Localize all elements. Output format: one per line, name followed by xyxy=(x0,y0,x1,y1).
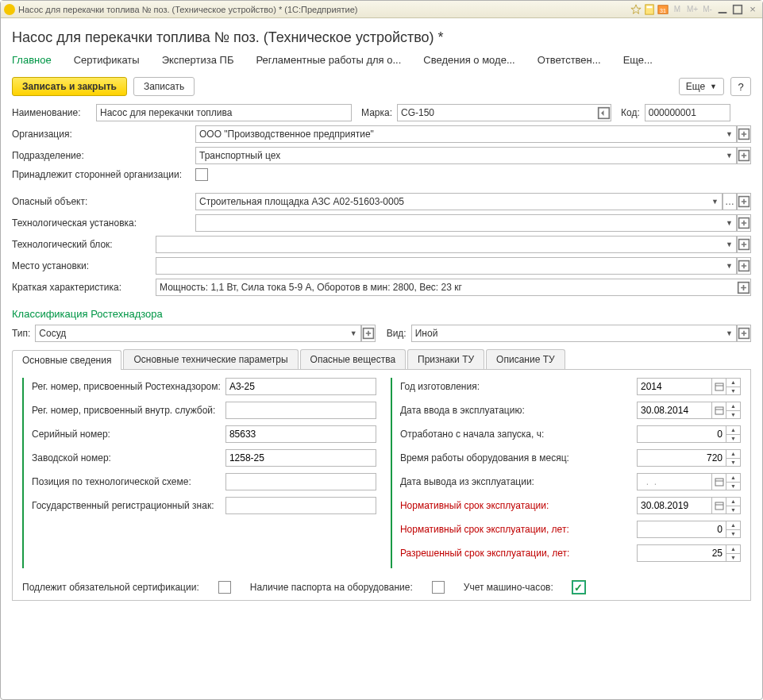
factory-input[interactable] xyxy=(225,449,376,467)
tab-tech-params[interactable]: Основные технические параметры xyxy=(123,349,298,369)
code-input[interactable] xyxy=(645,104,730,121)
save-close-button[interactable]: Записать и закрыть xyxy=(12,77,127,96)
norm-years-input[interactable] xyxy=(637,521,726,538)
reg-int-input[interactable] xyxy=(225,402,376,419)
desc-open-icon[interactable] xyxy=(737,279,751,296)
techsetup-dropdown-icon[interactable]: ▼ xyxy=(723,214,737,232)
dept-input[interactable] xyxy=(195,147,723,164)
techsetup-input[interactable] xyxy=(195,214,723,232)
minimize-button[interactable] xyxy=(716,4,729,15)
desc-input[interactable] xyxy=(156,279,737,296)
org-dropdown-icon[interactable]: ▼ xyxy=(723,125,737,143)
work-per-month-input[interactable] xyxy=(637,449,726,467)
kind-input[interactable] xyxy=(411,325,723,342)
techblock-dropdown-icon[interactable]: ▼ xyxy=(723,236,737,253)
dept-label: Подразделение: xyxy=(12,150,191,161)
commission-spinner[interactable]: ▲▼ xyxy=(726,402,741,419)
danger-ellipsis-icon[interactable]: … xyxy=(723,193,737,210)
allowed-years-spinner[interactable]: ▲▼ xyxy=(726,544,741,562)
norm-date-calendar-icon[interactable] xyxy=(712,497,726,514)
norm-date-input[interactable] xyxy=(637,497,712,514)
mfg-year-input[interactable] xyxy=(637,378,712,395)
serial-input[interactable] xyxy=(225,425,376,443)
nav-certs[interactable]: Сертификаты xyxy=(74,54,140,67)
m-plus-button[interactable]: M+ xyxy=(686,4,699,15)
type-dropdown-icon[interactable]: ▼ xyxy=(347,325,361,342)
kind-select[interactable]: ▼ xyxy=(411,325,751,342)
has-passport-checkbox[interactable] xyxy=(432,581,445,594)
commission-input[interactable] xyxy=(637,402,712,419)
dept-open-icon[interactable] xyxy=(737,147,751,164)
danger-open-icon[interactable] xyxy=(737,193,751,210)
machine-hours-checkbox[interactable] xyxy=(572,581,585,594)
commission-calendar-icon[interactable] xyxy=(712,402,726,419)
place-dropdown-icon[interactable]: ▼ xyxy=(723,257,737,275)
norm-years-spinner[interactable]: ▲▼ xyxy=(726,521,741,538)
allowed-years-input[interactable] xyxy=(637,544,726,562)
svg-rect-19 xyxy=(715,407,723,414)
calendar-icon[interactable]: 31 xyxy=(657,4,669,15)
external-org-checkbox[interactable] xyxy=(195,168,208,181)
save-button[interactable]: Записать xyxy=(133,77,195,96)
nav-more[interactable]: Еще... xyxy=(623,54,653,67)
danger-select[interactable]: ▼ … xyxy=(195,193,751,210)
place-open-icon[interactable] xyxy=(737,257,751,275)
techsetup-open-icon[interactable] xyxy=(737,214,751,232)
nav-expertise[interactable]: Экспертиза ПБ xyxy=(162,54,234,67)
nav-maintenance[interactable]: Регламентные работы для о... xyxy=(256,54,401,67)
norm-date-spinner[interactable]: ▲▼ xyxy=(726,497,741,514)
dept-dropdown-icon[interactable]: ▼ xyxy=(723,147,737,164)
org-input[interactable] xyxy=(195,125,723,143)
reg-rtn-input[interactable] xyxy=(225,378,376,395)
kind-open-icon[interactable] xyxy=(737,325,751,342)
kind-label: Вид: xyxy=(387,328,407,339)
org-open-icon[interactable] xyxy=(737,125,751,143)
desc-wrap[interactable] xyxy=(156,279,751,296)
scheme-pos-input[interactable] xyxy=(225,473,376,490)
org-select[interactable]: ▼ xyxy=(195,125,751,143)
m-minus-button[interactable]: M- xyxy=(701,4,714,15)
mfg-year-calendar-icon[interactable] xyxy=(712,378,726,395)
brand-open-icon[interactable] xyxy=(597,104,611,121)
tab-tu-desc[interactable]: Описание ТУ xyxy=(486,349,565,369)
brand-select[interactable] xyxy=(397,104,611,121)
dept-select[interactable]: ▼ xyxy=(195,147,751,164)
has-passport-label: Наличие паспорта на оборудование: xyxy=(250,582,413,593)
worked-hours-input[interactable] xyxy=(637,425,726,443)
work-per-month-spinner[interactable]: ▲▼ xyxy=(726,449,741,467)
techsetup-select[interactable]: ▼ xyxy=(195,214,751,232)
type-input[interactable] xyxy=(35,325,346,342)
must-cert-checkbox[interactable] xyxy=(218,581,231,594)
type-select[interactable]: ▼ xyxy=(35,325,375,342)
decommission-input[interactable] xyxy=(637,473,712,490)
place-input[interactable] xyxy=(156,257,723,275)
tab-basic-info[interactable]: Основные сведения xyxy=(12,350,121,370)
techblock-input[interactable] xyxy=(156,236,723,253)
nav-main[interactable]: Главное xyxy=(12,54,52,67)
name-input[interactable] xyxy=(96,104,352,121)
close-button[interactable]: × xyxy=(746,4,759,15)
nav-modinfo[interactable]: Сведения о моде... xyxy=(423,54,514,67)
tab-tu-signs[interactable]: Признаки ТУ xyxy=(407,349,484,369)
techblock-select[interactable]: ▼ xyxy=(156,236,751,253)
place-select[interactable]: ▼ xyxy=(156,257,751,275)
gosreg-input[interactable] xyxy=(225,497,376,514)
mfg-year-spinner[interactable]: ▲▼ xyxy=(726,378,741,395)
worked-hours-spinner[interactable]: ▲▼ xyxy=(726,425,741,443)
help-button[interactable]: ? xyxy=(730,77,751,96)
maximize-button[interactable] xyxy=(731,4,744,15)
decommission-spinner[interactable]: ▲▼ xyxy=(726,473,741,490)
brand-input[interactable] xyxy=(397,104,597,121)
danger-input[interactable] xyxy=(195,193,708,210)
calc-icon[interactable] xyxy=(644,4,655,15)
nav-responsible[interactable]: Ответствен... xyxy=(538,54,601,67)
tab-hazardous[interactable]: Опасные вещества xyxy=(300,349,407,369)
more-button[interactable]: Еще ▼ xyxy=(679,78,724,95)
techblock-open-icon[interactable] xyxy=(737,236,751,253)
m-button[interactable]: M xyxy=(671,4,684,15)
type-open-icon[interactable] xyxy=(361,325,376,342)
danger-dropdown-icon[interactable]: ▼ xyxy=(708,193,723,210)
favorite-icon[interactable] xyxy=(630,4,642,15)
kind-dropdown-icon[interactable]: ▼ xyxy=(723,325,737,342)
decommission-calendar-icon[interactable] xyxy=(712,473,726,490)
